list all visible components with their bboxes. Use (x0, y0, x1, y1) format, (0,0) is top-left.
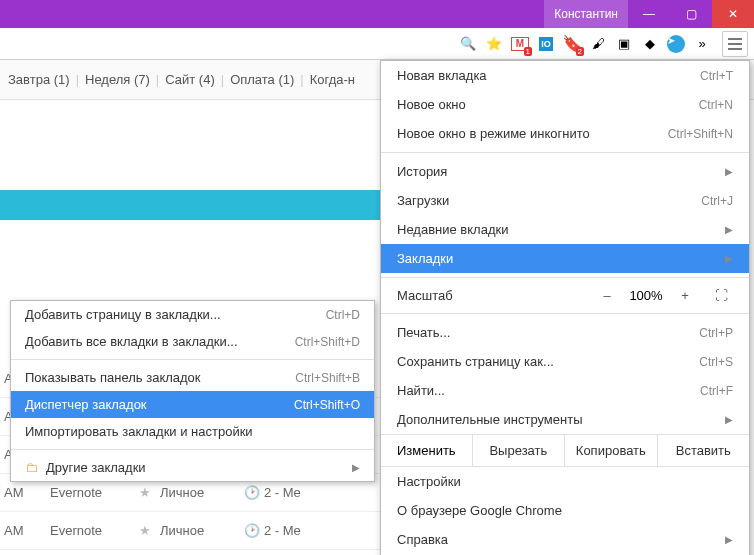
menu-settings[interactable]: Настройки (381, 467, 749, 496)
minimize-button[interactable]: — (628, 0, 670, 28)
menu-new-window[interactable]: Новое окноCtrl+N (381, 90, 749, 119)
menu-about[interactable]: О браузере Google Chrome (381, 496, 749, 525)
submenu-bookmark-manager[interactable]: Диспетчер закладокCtrl+Shift+O (11, 391, 374, 418)
close-button[interactable]: ✕ (712, 0, 754, 28)
selected-row-bg (0, 190, 380, 220)
bookmarks-submenu: Добавить страницу в закладки...Ctrl+D До… (10, 300, 375, 482)
star-icon[interactable]: ★ (130, 523, 160, 538)
submenu-import[interactable]: Импортировать закладки и настройки (11, 418, 374, 445)
chrome-main-menu: Новая вкладкаCtrl+T Новое окноCtrl+N Нов… (380, 60, 750, 555)
chevron-right-icon: ▶ (725, 253, 733, 264)
gmail-icon[interactable]: M1 (510, 34, 530, 54)
submenu-show-bar[interactable]: Показывать панель закладокCtrl+Shift+B (11, 364, 374, 391)
evernote-icon[interactable]: ◆ (640, 34, 660, 54)
zoom-out-button[interactable]: – (593, 288, 621, 303)
tab-site[interactable]: Сайт (4) (165, 72, 214, 87)
brush-icon[interactable]: 🖌 (588, 34, 608, 54)
clock-icon: 🕑 (240, 523, 264, 538)
edit-cut[interactable]: Вырезать (473, 435, 565, 466)
menu-downloads[interactable]: ЗагрузкиCtrl+J (381, 186, 749, 215)
menu-incognito[interactable]: Новое окно в режиме инкогнитоCtrl+Shift+… (381, 119, 749, 148)
list-item[interactable]: AMEvernote★Личное🕑2 - Me (0, 512, 380, 550)
telegram-icon[interactable]: ➤ (666, 34, 686, 54)
submenu-add-all-tabs[interactable]: Добавить все вкладки в закладки...Ctrl+S… (11, 328, 374, 355)
menu-bookmarks[interactable]: Закладки▶ (381, 244, 749, 273)
menu-find[interactable]: Найти...Ctrl+F (381, 376, 749, 405)
user-chip[interactable]: Константин (544, 0, 628, 28)
submenu-add-page[interactable]: Добавить страницу в закладки...Ctrl+D (11, 301, 374, 328)
fullscreen-icon[interactable]: ⛶ (709, 288, 733, 303)
menu-new-tab[interactable]: Новая вкладкаCtrl+T (381, 61, 749, 90)
tab-week[interactable]: Неделя (7) (85, 72, 150, 87)
tab-sometime[interactable]: Когда-н (310, 72, 355, 87)
tab-tomorrow[interactable]: Завтра (1) (8, 72, 70, 87)
chrome-menu-button[interactable] (722, 31, 748, 57)
chevron-right-icon: ▶ (725, 224, 733, 235)
star-icon[interactable]: ⭐ (484, 34, 504, 54)
menu-more-tools[interactable]: Дополнительные инструменты▶ (381, 405, 749, 434)
window-titlebar: Константин — ▢ ✕ (0, 0, 754, 28)
maximize-button[interactable]: ▢ (670, 0, 712, 28)
chevron-right-icon: ▶ (725, 166, 733, 177)
chevron-right-icon: ▶ (352, 462, 360, 473)
edit-copy[interactable]: Копировать (565, 435, 657, 466)
star-icon[interactable]: ★ (130, 485, 160, 500)
zoom-value: 100% (621, 288, 671, 303)
io-icon[interactable]: IO (536, 34, 556, 54)
chevron-right-icon: ▶ (725, 414, 733, 425)
extension-toolbar: 🔍 ⭐ M1 IO 🔖2 🖌 ▣ ◆ ➤ » (0, 28, 754, 60)
search-icon[interactable]: 🔍 (458, 34, 478, 54)
zoom-in-button[interactable]: + (671, 288, 699, 303)
submenu-other-bookmarks[interactable]: 🗀Другие закладки▶ (11, 454, 374, 481)
note-icon[interactable]: ▣ (614, 34, 634, 54)
menu-save-page[interactable]: Сохранить страницу как...Ctrl+S (381, 347, 749, 376)
tag-icon[interactable]: 🔖2 (562, 34, 582, 54)
edit-paste[interactable]: Вставить (658, 435, 749, 466)
clock-icon: 🕑 (240, 485, 264, 500)
chevron-right-icon: ▶ (725, 534, 733, 545)
menu-help[interactable]: Справка▶ (381, 525, 749, 554)
menu-history[interactable]: История▶ (381, 157, 749, 186)
tab-payment[interactable]: Оплата (1) (230, 72, 294, 87)
menu-zoom: Масштаб – 100% + ⛶ (381, 282, 749, 309)
folder-icon: 🗀 (25, 460, 38, 475)
more-ext-icon[interactable]: » (692, 34, 712, 54)
menu-print[interactable]: Печать...Ctrl+P (381, 318, 749, 347)
menu-recent-tabs[interactable]: Недавние вкладки▶ (381, 215, 749, 244)
menu-edit-row: Изменить Вырезать Копировать Вставить (381, 434, 749, 467)
